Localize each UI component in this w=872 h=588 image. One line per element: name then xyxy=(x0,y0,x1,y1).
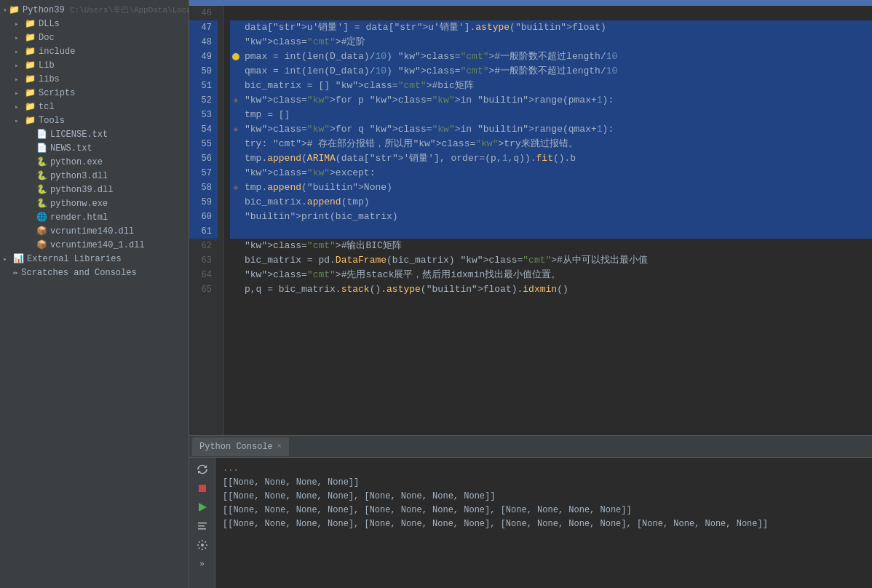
vcruntime140-1-icon: 📦 xyxy=(36,239,47,250)
include-arrow xyxy=(15,47,23,56)
sidebar-item-render-html[interactable]: 🌐 render.html xyxy=(0,210,189,224)
scripts-arrow xyxy=(15,89,23,98)
license-file-icon: 📄 xyxy=(36,129,47,140)
tcl-folder-icon: 📁 xyxy=(25,101,36,112)
dlls-arrow xyxy=(15,20,23,28)
python39-dll-label: python39.dll xyxy=(50,185,113,195)
sidebar-item-libs[interactable]: 📁 libs xyxy=(0,72,189,86)
tools-label: Tools xyxy=(39,116,65,126)
sidebar-item-dlls[interactable]: 📁 DLLs xyxy=(0,17,189,31)
sidebar: 📁 Python39 C:\Users\辛巴\AppData\Local\Pro… xyxy=(0,0,189,588)
line-numbers: 4647484950515253545556575859606162636465 xyxy=(189,6,224,435)
dlls-folder-icon: 📁 xyxy=(25,18,36,29)
console-toolbar: » xyxy=(189,458,215,588)
ext-libs-icon: 📊 xyxy=(13,253,24,264)
doc-folder-icon: 📁 xyxy=(25,32,36,43)
sidebar-item-scripts[interactable]: 📁 Scripts xyxy=(0,86,189,100)
console-tab-label: Python Console xyxy=(199,442,273,452)
code-content: 4647484950515253545556575859606162636465… xyxy=(189,6,872,435)
sidebar-item-include[interactable]: 📁 include xyxy=(0,44,189,58)
svg-rect-2 xyxy=(198,523,207,524)
python3-dll-icon: 🐍 xyxy=(36,170,47,181)
tcl-arrow xyxy=(15,103,23,111)
news-label: NEWS.txt xyxy=(50,143,92,154)
sidebar-item-doc[interactable]: 📁 Doc xyxy=(0,31,189,44)
sidebar-item-ext-libs[interactable]: 📊 External Libraries xyxy=(0,252,189,266)
pythonw-exe-label: pythonw.exe xyxy=(50,199,108,209)
root-label: Python39 C:\Users\辛巴\AppData\Local\Progr… xyxy=(23,4,189,15)
sidebar-item-tools[interactable]: 📁 Tools xyxy=(0,114,189,127)
libs-arrow xyxy=(15,75,23,84)
python-exe-label: python.exe xyxy=(50,157,103,167)
svg-rect-0 xyxy=(199,485,206,492)
lib-arrow xyxy=(15,61,23,70)
run-button[interactable] xyxy=(192,498,213,516)
code-editor: 4647484950515253545556575859606162636465… xyxy=(189,6,872,435)
console-output-line: [[None, None, None, None], [None, None, … xyxy=(223,504,865,517)
console-close-button[interactable]: × xyxy=(277,442,282,450)
include-folder-icon: 📁 xyxy=(25,46,36,57)
python39-dll-icon: 🐍 xyxy=(36,184,47,195)
rerun-button[interactable] xyxy=(192,461,213,478)
sidebar-item-scratches[interactable]: ✏️ Scratches and Consoles xyxy=(0,266,189,279)
console-body: » ...[[None, None, None, None]][[None, N… xyxy=(189,458,872,588)
console-tab-bar: Python Console × xyxy=(189,436,872,458)
lib-label: Lib xyxy=(39,60,55,71)
include-label: include xyxy=(39,47,75,57)
libs-folder-icon: 📁 xyxy=(25,74,36,84)
python-exe-icon: 🐍 xyxy=(36,156,47,167)
vcruntime140-1-label: vcruntime140_1.dll xyxy=(50,240,145,250)
console-output-line: [[None, None, None, None], [None, None, … xyxy=(223,490,865,504)
python-console: Python Console × xyxy=(189,435,872,588)
svg-rect-3 xyxy=(198,525,205,527)
sidebar-item-pythonw-exe[interactable]: 🐍 pythonw.exe xyxy=(0,196,189,210)
tools-arrow xyxy=(15,116,23,125)
top-bar xyxy=(189,0,872,6)
console-output-line: [[None, None, None, None], [None, None, … xyxy=(223,517,865,531)
root-arrow xyxy=(3,6,7,15)
render-html-label: render.html xyxy=(50,212,108,223)
sidebar-item-news[interactable]: 📄 NEWS.txt xyxy=(0,141,189,155)
code-lines[interactable]: data["str">u'销量'] = data["str">u'销量'].as… xyxy=(224,6,872,435)
settings-button[interactable] xyxy=(192,536,213,554)
vcruntime140-label: vcruntime140.dll xyxy=(50,226,134,237)
svg-marker-1 xyxy=(199,503,207,512)
file-tree: 📁 Python39 C:\Users\辛巴\AppData\Local\Pro… xyxy=(0,0,189,588)
sidebar-item-tcl[interactable]: 📁 tcl xyxy=(0,100,189,114)
svg-rect-4 xyxy=(198,528,206,530)
ext-libs-label: External Libraries xyxy=(27,254,122,264)
sidebar-item-vcruntime140-1[interactable]: 📦 vcruntime140_1.dll xyxy=(0,238,189,252)
console-output-line: ... xyxy=(223,462,865,476)
news-file-icon: 📄 xyxy=(36,143,47,154)
render-html-icon: 🌐 xyxy=(36,212,47,223)
stop-button[interactable] xyxy=(192,480,213,497)
dlls-label: DLLs xyxy=(39,19,60,29)
sidebar-item-python39-dll[interactable]: 🐍 python39.dll xyxy=(0,183,189,196)
ext-libs-arrow xyxy=(3,255,12,263)
sidebar-item-python3-dll[interactable]: 🐍 python3.dll xyxy=(0,169,189,183)
scratches-label: Scratches and Consoles xyxy=(21,268,136,278)
scratches-icon: ✏️ xyxy=(13,267,18,278)
console-output-line: [[None, None, None, None]] xyxy=(223,476,865,490)
tcl-label: tcl xyxy=(39,102,55,112)
format-button[interactable] xyxy=(192,517,213,535)
sidebar-item-python-exe[interactable]: 🐍 python.exe xyxy=(0,155,189,169)
sidebar-item-license[interactable]: 📄 LICENSE.txt xyxy=(0,127,189,141)
python3-dll-label: python3.dll xyxy=(50,171,108,181)
scripts-folder-icon: 📁 xyxy=(25,87,36,98)
root-path: C:\Users\辛巴\AppData\Local\Programs\Pytho… xyxy=(70,6,189,15)
svg-point-5 xyxy=(201,544,204,547)
tree-root[interactable]: 📁 Python39 C:\Users\辛巴\AppData\Local\Pro… xyxy=(0,3,189,17)
console-tab[interactable]: Python Console × xyxy=(192,437,289,456)
pythonw-exe-icon: 🐍 xyxy=(36,198,47,209)
more-button[interactable]: » xyxy=(192,555,213,573)
root-folder-icon: 📁 xyxy=(9,4,20,15)
sidebar-item-vcruntime140[interactable]: 📦 vcruntime140.dll xyxy=(0,224,189,238)
vcruntime140-icon: 📦 xyxy=(36,226,47,237)
libs-label: libs xyxy=(39,74,60,84)
sidebar-item-lib[interactable]: 📁 Lib xyxy=(0,58,189,72)
scripts-label: Scripts xyxy=(39,88,75,98)
license-label: LICENSE.txt xyxy=(50,130,108,140)
doc-arrow xyxy=(15,33,23,42)
console-output: ...[[None, None, None, None]][[None, Non… xyxy=(215,458,872,588)
